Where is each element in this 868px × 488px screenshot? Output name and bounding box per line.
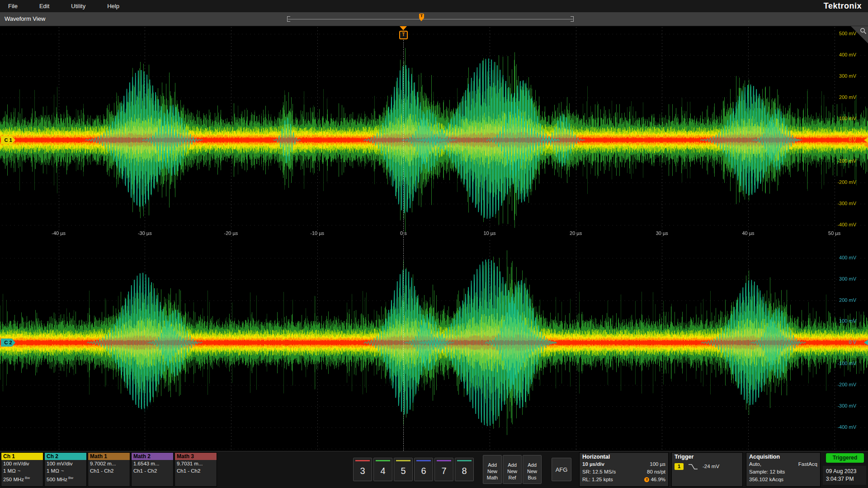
afg-button[interactable]: AFG (552, 458, 571, 481)
voltage-tick-label: 400 mV (839, 52, 856, 57)
overview-line (288, 19, 573, 19)
voltage-tick-label: 200 mV (839, 297, 856, 303)
ch1-impedance: 1 MΩ (3, 468, 16, 474)
voltage-tick-label: 0 V (849, 137, 856, 142)
sample-bits: Sample: 12 bits (749, 468, 785, 476)
channel-button-7[interactable]: 7 (434, 458, 453, 481)
add-button-line: Ref (503, 474, 521, 481)
trigger-panel-title: Trigger (672, 453, 742, 460)
add-new-math-button[interactable]: AddNewMath (483, 455, 502, 484)
time-tick-label: -20 µs (217, 230, 245, 236)
tile-math3[interactable]: Math 3 9.7031 m... Ch1 - Ch2 (175, 452, 217, 487)
voltage-tick-label: 400 mV (839, 255, 856, 260)
time-tick-label: -10 µs (303, 230, 332, 236)
time-tick-label: -30 µs (130, 230, 159, 236)
date-text: 09 Aug 2023 (826, 468, 866, 475)
menu-items: FileEditUtilityHelp (0, 3, 119, 9)
triangle-down-icon (419, 19, 424, 21)
voltage-tick-label: -200 mV (837, 179, 856, 185)
voltage-tick-label: -200 mV (837, 382, 856, 387)
voltage-tick-label: 200 mV (839, 94, 856, 100)
trigger-position-percent: 46.9% (651, 476, 665, 483)
tile-ch2-header: Ch 2 (45, 453, 86, 460)
menu-item-edit[interactable]: Edit (39, 3, 49, 9)
math1-value: 9.7002 m... (88, 460, 130, 467)
math3-expression: Ch1 - Ch2 (175, 467, 217, 474)
add-new-ref-button[interactable]: AddNewRef (503, 455, 522, 484)
tile-ch1-header: Ch 1 (1, 453, 43, 460)
voltage-tick-label: -100 mV (837, 361, 856, 366)
trigger-t-icon: T (419, 14, 424, 19)
resolution: 80 ns/pt (647, 468, 665, 476)
triangle-down-icon (400, 26, 407, 30)
falling-edge-icon (688, 463, 698, 470)
tektronix-logo: Tektronix (824, 1, 868, 11)
horizontal-scale: 10 µs/div (582, 460, 604, 468)
tile-ch2[interactable]: Ch 2 100 mV/div 1 MΩ~ 500 MHzBw (44, 452, 87, 487)
acquisition-panel-title: Acquisition (746, 453, 820, 460)
channel-button-label: 8 (455, 461, 473, 480)
trigger-source-badge: 1 (675, 463, 684, 470)
ch2-graticule-canvas[interactable] (0, 239, 868, 451)
channel-button-label: 7 (435, 461, 453, 480)
ch2-impedance: 1 MΩ (47, 468, 59, 474)
channel-button-6[interactable]: 6 (414, 458, 433, 481)
menu-bar: FileEditUtilityHelp Tektronix (0, 0, 868, 12)
waveform-view-title: Waveform View (5, 12, 45, 26)
tile-math1[interactable]: Math 1 9.7002 m... Ch1 - Ch2 (88, 452, 130, 487)
horizontal-window: 100 µs (650, 460, 665, 468)
voltage-tick-label: -300 mV (837, 201, 856, 206)
horizontal-overview-bar[interactable]: T (288, 15, 573, 23)
horizontal-panel[interactable]: Horizontal 10 µs/div 100 µs SR: 12.5 MS/… (579, 452, 669, 487)
trigger-t-icon: T (399, 31, 408, 39)
voltage-tick-label: 300 mV (839, 73, 856, 79)
ch1-graticule-canvas[interactable] (0, 26, 868, 239)
voltage-tick-label: 0 V (849, 339, 856, 345)
menu-item-utility[interactable]: Utility (71, 3, 85, 9)
tile-math2-header: Math 2 (132, 453, 173, 460)
tile-ch1[interactable]: Ch 1 100 mV/div 1 MΩ~ 250 MHzBw (1, 452, 43, 487)
acquisition-mode: Auto, (749, 460, 761, 468)
horizontal-panel-title: Horizontal (580, 453, 668, 460)
math1-expression: Ch1 - Ch2 (88, 467, 130, 474)
menu-item-help[interactable]: Help (107, 3, 119, 9)
graticule-area: T -40 µs-30 µs-20 µs-10 µs0 s10 µs20 µs3… (0, 26, 868, 451)
tile-math1-header: Math 1 (88, 453, 130, 460)
add-button-line: Add (503, 462, 521, 468)
ch2-zero-marker[interactable] (864, 340, 868, 345)
channel-button-4[interactable]: 4 (373, 458, 392, 481)
channel-button-8[interactable]: 8 (455, 458, 474, 481)
voltage-tick-label: -400 mV (837, 424, 856, 430)
channel-button-label: 3 (354, 461, 372, 480)
menu-item-file[interactable]: File (8, 3, 18, 9)
channel-button-5[interactable]: 5 (394, 458, 413, 481)
add-button-line: New (503, 468, 521, 474)
time-tick-label: 0 s (389, 230, 418, 236)
voltage-tick-label: 300 mV (839, 276, 856, 282)
math2-expression: Ch1 - Ch2 (132, 467, 173, 474)
add-button-line: Add (523, 462, 541, 468)
tile-math3-header: Math 3 (175, 453, 217, 460)
waveform-view-bar: Waveform View T (0, 12, 868, 26)
channel-button-label: 6 (415, 461, 433, 480)
voltage-tick-label: -100 mV (837, 158, 856, 164)
trigger-panel[interactable]: Trigger 1 -24 mV (671, 452, 743, 487)
fastacq-label: FastAcq (798, 460, 817, 468)
ch1-scale: 100 mV/div (1, 460, 43, 467)
add-new-bus-button[interactable]: AddNewBus (523, 455, 542, 484)
tile-math2[interactable]: Math 2 1.6543 m... Ch1 - Ch2 (131, 452, 174, 487)
overview-trigger-marker[interactable]: T (419, 14, 424, 21)
channel-button-3[interactable]: 3 (353, 458, 372, 481)
channel-buttons: 345678 (353, 458, 475, 481)
math3-value: 9.7031 m... (175, 460, 217, 467)
add-new-buttons: AddNewMathAddNewRefAddNewBus (483, 455, 546, 484)
add-button-line: New (523, 468, 541, 474)
trigger-level-marker[interactable] (864, 142, 868, 148)
voltage-tick-label: -300 mV (837, 403, 856, 408)
acquisition-panel[interactable]: Acquisition Auto, FastAcq Sample: 12 bit… (746, 452, 821, 487)
time-tick-label: -40 µs (44, 230, 73, 236)
ch2-scale: 100 mV/div (45, 460, 86, 467)
ch1-zero-marker[interactable] (864, 137, 868, 143)
trigger-position-flag[interactable]: T (399, 26, 407, 39)
time-tick-label: 10 µs (475, 230, 504, 236)
